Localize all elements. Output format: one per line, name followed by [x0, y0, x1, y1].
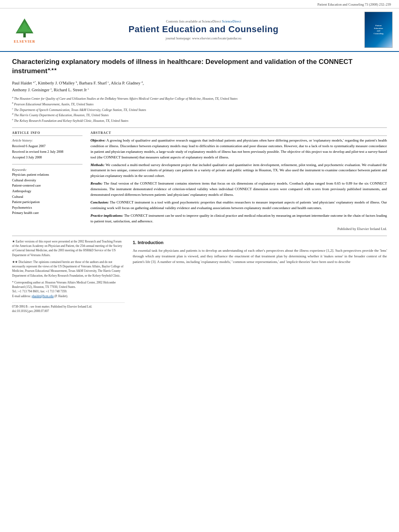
- journal-title: Patient Education and Counseling: [47, 24, 360, 35]
- header-divider: [12, 127, 387, 128]
- journal-header: ELSEVIER Contents lists available at Sci…: [0, 8, 399, 52]
- sciencedirect-link[interactable]: ScienceDirect: [222, 19, 241, 23]
- star1-label: ★: [12, 240, 16, 243]
- article-body: Characterizing explanatory models of ill…: [0, 52, 399, 532]
- doi-line: 0738-3991/$ – see front matter. Publishe…: [12, 302, 125, 314]
- keywords-list: Physician–patient relations Cultural div…: [12, 172, 82, 216]
- keywords-label: Keywords:: [12, 168, 82, 172]
- abstract-conclusion: Conclusion: The CONNECT instrument is a …: [90, 200, 387, 211]
- page: Patient Education and Counseling 73 (200…: [0, 0, 399, 532]
- practice-text: The CONNECT instrument can be used to im…: [90, 214, 387, 223]
- elsevier-logo: ELSEVIER: [6, 16, 43, 43]
- objective-text: A growing body of qualitative and quanti…: [90, 138, 387, 159]
- footnote-corresponding: * Corresponding author at: Houston Veter…: [12, 280, 125, 298]
- abstract-practice: Practice implications: The CONNECT instr…: [90, 213, 387, 224]
- email-label: E-mail address:: [12, 294, 31, 298]
- journal-homepage: journal homepage: www.elsevier.com/locat…: [47, 36, 360, 40]
- footnote-star2: ★★ Disclaimer: The opinions contained he…: [12, 260, 125, 278]
- article-info-section: ARTICLE INFO Article history: Received 6…: [12, 131, 82, 160]
- conclusion-text: The CONNECT instrument is a tool with go…: [90, 200, 387, 210]
- abstract-column: ABSTRACT Objective: A growing body of qu…: [90, 131, 387, 231]
- elsevier-tree-icon: [12, 16, 37, 39]
- elsevier-label: ELSEVIER: [14, 39, 35, 43]
- article-title: Characterizing explanatory models of ill…: [12, 58, 387, 76]
- methods-label: Methods:: [90, 163, 105, 167]
- two-column-layout: ARTICLE INFO Article history: Received 6…: [12, 131, 387, 231]
- star2-text: Disclaimer: The opinions contained herei…: [12, 260, 123, 277]
- title-stars: ★,★★: [47, 68, 57, 71]
- history-label: Article history:: [12, 138, 82, 144]
- results-text: The final version of the CONNECT Instrum…: [90, 181, 387, 197]
- journal-center: Contents lists available at ScienceDirec…: [47, 19, 360, 40]
- abstract-header: ABSTRACT: [90, 131, 387, 136]
- journal-citation: Patient Education and Counseling 73 (200…: [317, 2, 391, 6]
- intro-title: 1. Introduction: [133, 239, 387, 246]
- cover-title: PatientEducationandCounseling: [374, 25, 383, 35]
- introduction-section: 1. Introduction An essential task for ph…: [133, 239, 387, 314]
- methods-text: We conducted a multi-method survey devel…: [90, 163, 387, 178]
- tel-text: Tel.: +1 713 794 8601; fax: +1 713 748 7…: [12, 290, 67, 293]
- published-line: Published by Elsevier Ireland Ltd.: [90, 227, 387, 231]
- footer-notes-left: ★ Earlier versions of this report were p…: [12, 239, 125, 314]
- intro-paragraph-1: An essential task for physicians and pat…: [133, 248, 387, 265]
- email-suffix: (P. Haidet).: [54, 294, 68, 298]
- star1-text: Earlier versions of this report were pre…: [12, 240, 122, 257]
- article-info-column: ARTICLE INFO Article history: Received 6…: [12, 131, 82, 231]
- accepted-date: Accepted 3 July 2008: [12, 155, 42, 159]
- corresponding-label: * Corresponding author at:: [12, 281, 45, 284]
- abstract-methods: Methods: We conducted a multi-method sur…: [90, 162, 387, 179]
- practice-label: Practice implications:: [90, 214, 123, 218]
- keywords-section: Keywords: Physician–patient relations Cu…: [12, 168, 82, 216]
- abstract-results: Results: The final version of the CONNEC…: [90, 181, 387, 198]
- affiliations: a The Houston Center for Quality of Care…: [12, 96, 387, 123]
- received-date: Received 6 August 2007: [12, 144, 45, 148]
- info-divider: [12, 164, 82, 164]
- journal-citation-bar: Patient Education and Counseling 73 (200…: [0, 0, 399, 8]
- authors-line: Paul Haidet a,*, Kimberly J. O'Malley b,…: [12, 80, 387, 94]
- footer-notes: ★ Earlier versions of this report were p…: [12, 236, 387, 314]
- svg-marker-2: [17, 21, 32, 32]
- star2-label: ★★: [12, 260, 19, 264]
- results-label: Results:: [90, 181, 103, 185]
- footnote-star1: ★ Earlier versions of this report were p…: [12, 239, 125, 257]
- objective-label: Objective:: [90, 138, 105, 142]
- article-dates: Article history: Received 6 August 2007 …: [12, 138, 82, 160]
- email-link[interactable]: phaidet@bcm.edu: [32, 294, 54, 298]
- intro-title-label: Introduction: [138, 240, 163, 245]
- article-info-header: ARTICLE INFO: [12, 131, 82, 136]
- sciencedirect-line: Contents lists available at ScienceDirec…: [47, 19, 360, 23]
- abstract-objective: Objective: A growing body of qualitative…: [90, 138, 387, 160]
- conclusion-label: Conclusion:: [90, 200, 109, 204]
- revised-date: Received in revised form 2 July 2008: [12, 150, 63, 154]
- journal-cover-image: PatientEducationandCounseling: [364, 12, 393, 48]
